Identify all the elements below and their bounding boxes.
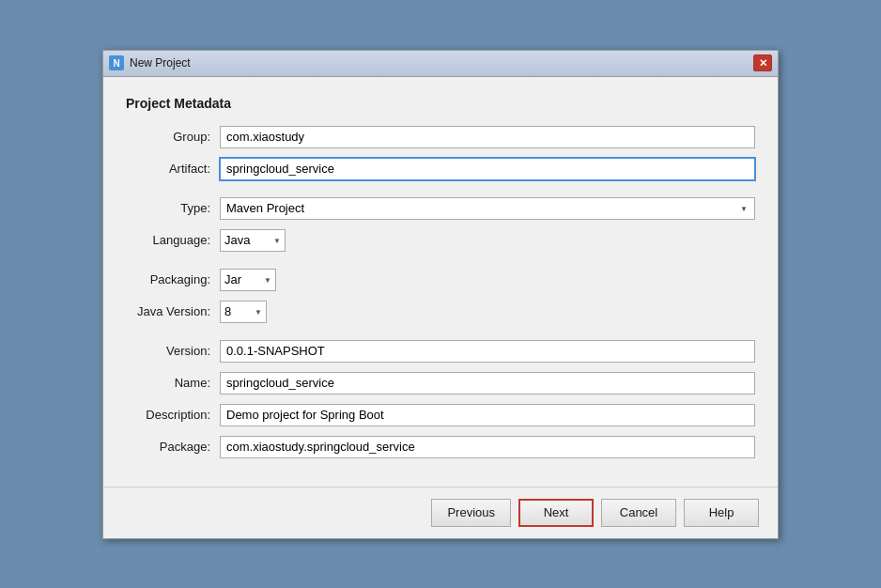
main-window: N New Project ✕ Project Metadata Group: … [102,50,779,539]
java-version-row: Java Version: 8 11 17 [126,301,755,323]
language-row: Language: Java Kotlin Groovy [126,229,755,252]
description-label: Description: [126,408,220,422]
type-select[interactable]: Maven Project [220,197,755,220]
type-label: Type: [126,201,220,215]
section-title: Project Metadata [126,96,755,111]
close-button[interactable]: ✕ [753,54,772,71]
footer: Previous Next Cancel Help [103,487,778,538]
type-row: Type: Maven Project [126,197,755,220]
java-version-select[interactable]: 8 11 17 [220,301,267,323]
help-button[interactable]: Help [684,499,759,527]
group-row: Group: [126,126,755,148]
name-input[interactable] [220,372,755,395]
window-title: New Project [130,56,191,70]
language-select[interactable]: Java Kotlin Groovy [220,229,286,252]
name-row: Name: [126,372,755,395]
group-input[interactable] [220,126,755,148]
package-input[interactable] [220,436,755,458]
packaging-select-container: Jar War [220,269,276,291]
description-row: Description: [126,404,755,426]
artifact-label: Artifact: [126,162,220,176]
java-version-label: Java Version: [126,304,220,318]
description-input[interactable] [220,404,755,426]
title-bar: N New Project ✕ [103,51,778,77]
packaging-select[interactable]: Jar War [220,269,276,291]
artifact-row: Artifact: [126,158,755,180]
packaging-label: Packaging: [126,272,220,286]
artifact-input[interactable] [220,158,755,180]
version-input[interactable] [220,340,755,363]
version-label: Version: [126,344,220,358]
name-label: Name: [126,376,220,390]
window-icon: N [109,55,124,70]
group-label: Group: [126,130,220,144]
package-row: Package: [126,436,755,458]
language-label: Language: [126,233,220,247]
package-label: Package: [126,440,220,454]
title-bar-left: N New Project [109,55,191,70]
language-select-container: Java Kotlin Groovy [220,229,286,252]
previous-button[interactable]: Previous [431,499,511,527]
java-version-select-container: 8 11 17 [220,301,267,323]
cancel-button[interactable]: Cancel [601,499,676,527]
packaging-row: Packaging: Jar War [126,269,755,291]
next-button[interactable]: Next [518,499,594,527]
form-content: Project Metadata Group: Artifact: Type: … [103,77,778,487]
type-select-wrapper: Maven Project [220,197,755,220]
version-row: Version: [126,340,755,363]
